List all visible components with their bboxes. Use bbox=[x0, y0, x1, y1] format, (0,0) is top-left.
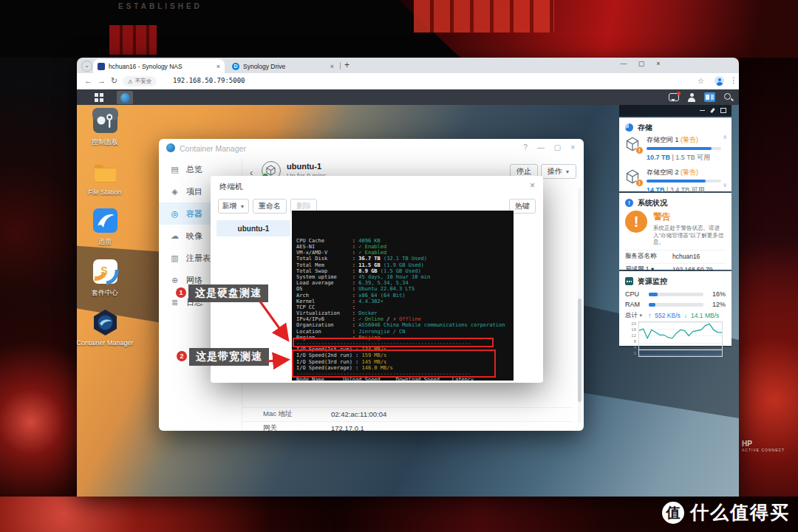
system-health-icon: ! bbox=[625, 199, 633, 207]
chevron-up-icon[interactable]: ∧ bbox=[723, 134, 727, 140]
background-art bbox=[739, 58, 798, 497]
volume-usage-bar bbox=[647, 147, 721, 150]
network-total-row[interactable]: 总计 ▾ ↑ 552 KB/s ↓ 14.1 MB/s bbox=[625, 310, 726, 321]
package-center-icon: S bbox=[92, 258, 119, 285]
image-icon: ☁ bbox=[170, 231, 180, 241]
desktop-icon-file-station[interactable]: File Station bbox=[88, 158, 121, 196]
annotation-number-badge: 1 bbox=[176, 287, 186, 298]
desktop-icon-container-manager[interactable]: Container Manager bbox=[77, 309, 134, 347]
browser-profile-avatar[interactable] bbox=[715, 76, 724, 86]
terminal-line: Organization : AS56046 China Mobile comm… bbox=[296, 322, 514, 328]
cm-help-icon[interactable]: ? bbox=[523, 143, 528, 151]
back-icon[interactable]: ← bbox=[84, 76, 92, 85]
user-icon[interactable] bbox=[687, 93, 696, 102]
storage-volume-item[interactable]: !存储空间 2 (警告)14 TB | 3.4 TB 可用 bbox=[625, 168, 726, 195]
background-art bbox=[0, 58, 77, 497]
desktop-icon-label: 控制面板 bbox=[92, 137, 118, 147]
warning-badge-icon: ! bbox=[635, 179, 644, 187]
tab-separator bbox=[340, 62, 341, 69]
desktop-icon-label: 迅雷 bbox=[98, 237, 112, 247]
browser-tab[interactable]: hchuan16 - Synology NAS× bbox=[93, 59, 225, 73]
cm-window-title: Container Manager bbox=[180, 144, 246, 153]
detail-value: 02:42:ac:11:00:04 bbox=[331, 410, 386, 418]
detail-label: Mac 地址 bbox=[242, 409, 331, 419]
sidebar-item-label: 容器 bbox=[186, 208, 202, 219]
xunlei-icon bbox=[92, 207, 119, 234]
file-station-icon bbox=[92, 158, 119, 185]
control-panel-icon bbox=[92, 107, 119, 134]
health-status: 警告 bbox=[653, 211, 726, 223]
chevron-down-icon[interactable]: ∨ bbox=[723, 182, 727, 188]
detail-value: 172.17.0.1 bbox=[331, 424, 364, 431]
svg-text:S: S bbox=[100, 265, 107, 276]
terminal-line: Arch : x86_64 (64 Bit) bbox=[296, 293, 514, 299]
terminal-line: IPv4/IPv6 : ✓ Online / ✗ Offline bbox=[296, 316, 514, 322]
cm-scrollbar[interactable] bbox=[578, 188, 582, 423]
download-speed: 14.1 MB/s bbox=[691, 312, 719, 319]
widget-pin-icon[interactable] bbox=[710, 108, 715, 113]
desktop-icon-control-panel[interactable]: 控制面板 bbox=[92, 107, 119, 147]
chevron-down-icon: ▼ bbox=[565, 169, 570, 174]
health-row-value: hchuan16 bbox=[672, 253, 700, 260]
chart-ytick: 0 bbox=[634, 351, 636, 355]
storage-volume-item[interactable]: !存储空间 1 (警告)10.7 TB | 1.5 TB 可用 bbox=[625, 135, 726, 163]
container-network-details: Mac 地址02:42:ac:11:00:04网关172.17.0.1IP 地址… bbox=[242, 407, 573, 431]
tab-search-chevron-icon[interactable]: ⌄ bbox=[81, 61, 92, 72]
volume-cube-icon: ! bbox=[625, 137, 641, 153]
terminal-rename-button[interactable]: 重命名 bbox=[253, 199, 287, 214]
cm-close-icon[interactable]: × bbox=[570, 143, 575, 151]
resource-usage-row: CPU16% bbox=[625, 289, 726, 299]
background-art bbox=[109, 25, 157, 55]
smzdm-brand-text: 什么值得买 bbox=[690, 500, 790, 525]
widgets-panel-icon[interactable] bbox=[704, 92, 715, 102]
taskbar-app-container-manager-icon[interactable] bbox=[117, 91, 133, 104]
browser-close-icon[interactable]: × bbox=[653, 60, 664, 67]
desktop-icon-label: 套件中心 bbox=[92, 288, 118, 298]
forward-icon[interactable]: → bbox=[98, 76, 106, 85]
widget-layout-icon[interactable] bbox=[720, 108, 726, 113]
reload-icon[interactable]: ↻ bbox=[111, 76, 117, 86]
browser-maximize-icon[interactable]: ▢ bbox=[636, 60, 647, 67]
sidebar-item-label: 项目 bbox=[186, 186, 202, 197]
upload-speed: 552 KB/s bbox=[655, 312, 681, 319]
terminal-close-icon[interactable]: × bbox=[530, 180, 535, 191]
new-tab-button[interactable]: + bbox=[344, 60, 349, 70]
terminal-line: CPU Cache : 4096 KB bbox=[296, 238, 514, 244]
background-established-text: ESTABLISHED bbox=[118, 2, 202, 10]
container-icon: ◎ bbox=[170, 209, 180, 219]
tab-close-icon[interactable]: × bbox=[330, 63, 334, 70]
desktop-icon-xunlei[interactable]: 迅雷 bbox=[92, 207, 119, 247]
security-chip[interactable]: ⚠ 不安全 bbox=[123, 76, 157, 86]
terminal-session-tab[interactable]: ubuntu-1 bbox=[216, 220, 290, 236]
notifications-icon[interactable] bbox=[669, 93, 679, 101]
widget-minimize-icon[interactable] bbox=[700, 110, 705, 112]
browser-menu-icon[interactable]: ⋮ bbox=[730, 76, 737, 84]
resource-usage-row: RAM12% bbox=[625, 299, 726, 310]
desktop-icon-label: Container Manager bbox=[77, 339, 134, 347]
search-icon[interactable] bbox=[723, 92, 733, 102]
desktop-icon-package-center[interactable]: S套件中心 bbox=[92, 258, 119, 298]
bookmark-star-icon[interactable]: ☆ bbox=[698, 77, 704, 85]
cm-maximize-icon[interactable]: ▢ bbox=[554, 143, 561, 151]
warning-badge-icon: ! bbox=[635, 146, 644, 154]
url-field[interactable]: 192.168.50.79:5000 bbox=[173, 77, 245, 84]
terminal-line: OS : Ubuntu 22.04.3 LTS bbox=[296, 286, 514, 292]
terminal-new-button[interactable]: 新增 ▼ bbox=[218, 199, 249, 214]
cm-titlebar[interactable]: Container Manager ? — ▢ × bbox=[159, 139, 584, 157]
warning-icon: ⚠ bbox=[128, 78, 133, 85]
tab-close-icon[interactable]: × bbox=[216, 63, 220, 70]
browser-tab[interactable]: DSynology Drive× bbox=[228, 59, 338, 73]
terminal-screen[interactable]: CPU Cache : 4096 KBAES-NI : ✓ EnabledVM-… bbox=[292, 211, 514, 381]
detail-row: Mac 地址02:42:ac:11:00:04 bbox=[242, 407, 573, 421]
desktop-icon-label: File Station bbox=[88, 188, 121, 196]
terminal-line: Total Disk : 36.7 TB (32.1 TB Used) bbox=[296, 256, 514, 262]
resource-monitor-widget: 资源监控 CPU16%RAM12% 总计 ▾ ↑ 552 KB/s ↓ 14.1… bbox=[619, 271, 732, 346]
browser-minimize-icon[interactable]: — bbox=[618, 60, 629, 67]
main-menu-icon[interactable] bbox=[95, 93, 103, 102]
smzdm-watermark: 值 什么值得买 bbox=[662, 500, 790, 525]
terminal-line: System uptime : 45 days, 10 hour 10 min bbox=[296, 274, 514, 280]
action-button[interactable]: 操作 ▼ bbox=[541, 164, 576, 179]
container-manager-app-icon bbox=[166, 143, 175, 152]
chart-ytick: 16 bbox=[631, 327, 636, 332]
cm-minimize-icon[interactable]: — bbox=[537, 143, 545, 151]
